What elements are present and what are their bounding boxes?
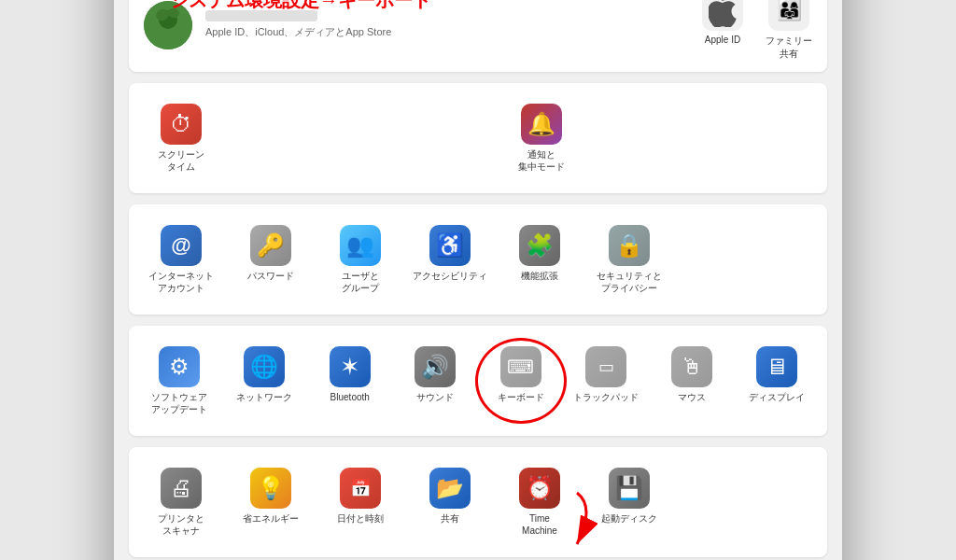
software-item[interactable]: ⚙ ソフトウェアアップデート xyxy=(136,341,222,421)
notification-item[interactable]: 🔔 通知と集中モード xyxy=(497,98,586,178)
datetime-item[interactable]: 📅 日付と時刻 xyxy=(316,462,405,542)
row3-grid: ⚙ ソフトウェアアップデート 🌐 ネットワーク ✶ Bluetooth 🔊 サウ… xyxy=(129,326,827,436)
apple-id-icon-item[interactable]: Apple ID xyxy=(702,0,743,61)
sound-item[interactable]: 🔊 サウンド xyxy=(393,341,479,421)
family-icon: 👨‍👩‍👧 xyxy=(768,0,809,31)
datetime-label: 日付と時刻 xyxy=(337,512,384,525)
profile-info: Apple ID、iCloud、メディアとApp Store xyxy=(205,10,689,39)
display-icon: 🖥 xyxy=(756,346,797,387)
energy-label: 省エネルギー xyxy=(243,512,299,525)
startup-label: 起動ディスク xyxy=(601,512,657,525)
bluetooth-item[interactable]: ✶ Bluetooth xyxy=(307,341,393,421)
printer-icon: 🖨 xyxy=(161,468,202,509)
bluetooth-label: Bluetooth xyxy=(330,391,370,403)
sound-label: サウンド xyxy=(416,391,454,403)
printer-label: プリンタとスキャナ xyxy=(158,512,204,537)
row1-grid: ⏱ スクリーンタイム 🔔 通知と集中モード xyxy=(129,83,827,193)
accessibility-label: アクセシビリティ xyxy=(413,270,487,282)
mouse-icon: 🖱 xyxy=(671,346,712,387)
main-content: Apple ID、iCloud、メディアとApp Store Apple ID … xyxy=(114,0,842,560)
network-label: ネットワーク xyxy=(236,391,292,403)
internet-item[interactable]: @ インターネットアカウント xyxy=(136,219,226,300)
screen-time-item[interactable]: ⏱ スクリーンタイム xyxy=(136,98,226,178)
screen-time-label: スクリーンタイム xyxy=(158,148,204,173)
family-sharing-icon-item[interactable]: 👨‍👩‍👧 ファミリー 共有 xyxy=(766,0,812,61)
password-item[interactable]: 🔑 パスワード xyxy=(226,219,316,300)
sound-icon: 🔊 xyxy=(415,346,456,387)
apple-id-label: Apple ID xyxy=(705,35,740,45)
row2-grid: @ インターネットアカウント 🔑 パスワード 👥 ユーザとグループ ♿ アクセシ… xyxy=(129,204,827,315)
icon-row-2: @ インターネットアカウント 🔑 パスワード 👥 ユーザとグループ ♿ アクセシ… xyxy=(136,216,820,303)
password-label: パスワード xyxy=(247,270,294,282)
internet-label: インターネットアカウント xyxy=(148,270,214,294)
profile-sub: Apple ID、iCloud、メディアとApp Store xyxy=(205,25,689,39)
extension-item[interactable]: 🧩 機能拡張 xyxy=(495,219,584,300)
security-icon: 🔒 xyxy=(609,225,650,266)
datetime-icon: 📅 xyxy=(340,468,381,509)
security-item[interactable]: 🔒 セキュリティとプライバシー xyxy=(584,219,674,300)
icon-row-1: ⏱ スクリーンタイム 🔔 通知と集中モード xyxy=(136,94,820,182)
sharing-label: 共有 xyxy=(441,512,459,525)
notification-icon: 🔔 xyxy=(521,104,562,145)
notification-label: 通知と集中モード xyxy=(518,148,565,173)
display-label: ディスプレイ xyxy=(749,391,805,403)
icon-row-4: 🖨 プリンタとスキャナ 💡 省エネルギー 📅 日付と時刻 📂 共有 ⏰ xyxy=(136,458,820,546)
icon-row-3: ⚙ ソフトウェアアップデート 🌐 ネットワーク ✶ Bluetooth 🔊 サウ… xyxy=(136,337,820,425)
energy-item[interactable]: 💡 省エネルギー xyxy=(226,462,316,542)
software-label: ソフトウェアアップデート xyxy=(151,391,207,415)
network-icon: 🌐 xyxy=(244,346,285,387)
annotation-keyboard-text: システム環境設定→キーボード xyxy=(170,0,431,13)
users-label: ユーザとグループ xyxy=(342,270,379,294)
screen-time-icon: ⏱ xyxy=(161,104,202,145)
sharing-icon: 📂 xyxy=(429,468,471,509)
keyboard-icon: ⌨ xyxy=(500,346,541,387)
internet-icon: @ xyxy=(161,225,202,266)
software-icon: ⚙ xyxy=(159,346,200,387)
bluetooth-icon: ✶ xyxy=(330,346,371,387)
trackpad-label: トラックパッド xyxy=(573,391,639,403)
family-label: ファミリー 共有 xyxy=(766,35,812,61)
password-icon: 🔑 xyxy=(250,225,291,266)
display-item[interactable]: 🖥 ディスプレイ xyxy=(735,341,821,421)
timemachine-item[interactable]: ⏰ TimeMachine xyxy=(495,462,584,542)
extension-icon: 🧩 xyxy=(519,225,560,266)
startup-item[interactable]: 💾 起動ディスク xyxy=(584,462,674,542)
keyboard-item[interactable]: ⌨ キーボード xyxy=(478,341,564,421)
startup-icon: 💾 xyxy=(609,468,650,509)
users-icon: 👥 xyxy=(340,225,381,266)
extension-label: 機能拡張 xyxy=(521,270,558,282)
sharing-item[interactable]: 📂 共有 xyxy=(405,462,495,542)
timemachine-label: TimeMachine xyxy=(522,512,557,537)
mouse-label: マウス xyxy=(678,391,706,403)
users-item[interactable]: 👥 ユーザとグループ xyxy=(316,219,405,300)
apple-id-icon xyxy=(702,0,743,31)
network-item[interactable]: 🌐 ネットワーク xyxy=(222,341,308,421)
accessibility-item[interactable]: ♿ アクセシビリティ xyxy=(405,219,495,300)
profile-right: Apple ID 👨‍👩‍👧 ファミリー 共有 xyxy=(702,0,812,61)
accessibility-icon: ♿ xyxy=(429,225,471,266)
row4-grid: 🖨 プリンタとスキャナ 💡 省エネルギー 📅 日付と時刻 📂 共有 ⏰ xyxy=(129,447,827,557)
trackpad-item[interactable]: ▭ トラックパッド xyxy=(564,341,650,421)
mouse-item[interactable]: 🖱 マウス xyxy=(649,341,735,421)
security-label: セキュリティとプライバシー xyxy=(597,270,662,294)
keyboard-label: キーボード xyxy=(498,391,544,403)
timemachine-icon: ⏰ xyxy=(519,468,560,509)
printer-item[interactable]: 🖨 プリンタとスキャナ xyxy=(136,462,226,542)
trackpad-icon: ▭ xyxy=(585,346,626,387)
energy-icon: 💡 xyxy=(250,468,291,509)
